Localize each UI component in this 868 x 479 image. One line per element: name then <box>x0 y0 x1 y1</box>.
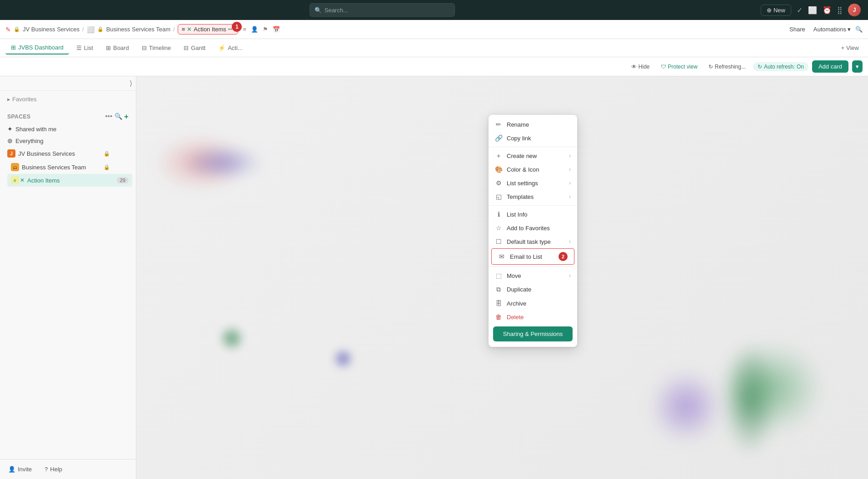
menu-item-duplicate[interactable]: ⧉ Duplicate <box>489 282 577 296</box>
team-more-button[interactable]: ••• <box>113 163 121 172</box>
help-button[interactable]: ? Help <box>40 463 67 475</box>
duplicate-icon: ⧉ <box>495 286 502 293</box>
spaces-label: Spaces <box>7 114 30 120</box>
invite-label: Invite <box>18 466 32 473</box>
add-view-button[interactable]: + View <box>838 43 863 53</box>
create-new-label: Create new <box>507 153 564 159</box>
menu-item-move[interactable]: ⬚ Move › <box>489 269 577 282</box>
copy-link-label: Copy link <box>507 135 571 142</box>
list-settings-arrow: › <box>569 180 571 186</box>
search-breadcrumb-icon[interactable]: 🔍 <box>855 26 863 33</box>
grid-icon[interactable]: ⣿ <box>837 6 843 15</box>
topbar: 🔍 Search... ⊕ New ✓ ⬜ ⏰ ⣿ J <box>0 0 868 20</box>
shared-icon: ✦ <box>7 125 13 133</box>
bg-shape-green2 <box>723 343 777 456</box>
spaces-add-icon[interactable]: + <box>124 113 129 121</box>
jv-lock-icon: 🔒 <box>104 151 110 157</box>
tab-acti[interactable]: ⚡ Acti... <box>213 42 248 54</box>
breadcrumb-calendar-icon[interactable]: 📅 <box>273 26 280 33</box>
search-box[interactable]: 🔍 Search... <box>309 3 455 17</box>
search-area: 🔍 Search... <box>7 3 757 17</box>
sidebar-collapse-button[interactable]: ⟩ <box>130 79 132 88</box>
menu-item-create-new[interactable]: + Create new › <box>489 149 577 163</box>
menu-item-rename[interactable]: ✏ Rename <box>489 118 577 131</box>
tab-dashboard[interactable]: ⊞ JVBS Dashboard <box>5 41 69 54</box>
tab-gantt-label: Gantt <box>191 44 205 51</box>
templates-icon: ◱ <box>495 193 502 200</box>
badge-2: 2 <box>559 252 568 261</box>
menu-item-archive[interactable]: 🗄 Archive <box>489 296 577 310</box>
menu-item-templates[interactable]: ◱ Templates › <box>489 190 577 203</box>
sidebar-item-action-items[interactable]: ≡ ✕ Action Items 29 <box>7 174 132 187</box>
menu-item-email-to-list[interactable]: ✉ Email to List 2 <box>492 249 574 264</box>
check-icon[interactable]: ✓ <box>797 6 803 15</box>
jv-more-button[interactable]: ••• <box>113 149 121 158</box>
breadcrumb-sep-1: / <box>82 26 84 33</box>
move-icon: ⬚ <box>495 272 502 279</box>
sharing-permissions-button[interactable]: Sharing & Permissions <box>493 326 573 341</box>
tab-gantt[interactable]: ⊟ Gantt <box>178 42 211 54</box>
automations-button[interactable]: Automations ▾ <box>813 26 851 33</box>
rename-icon: ✏ <box>495 121 502 128</box>
bg-shape-blue <box>182 144 264 181</box>
protect-view-button[interactable]: 🛡 Protect view <box>657 62 701 72</box>
breadcrumb-label-1: JV Business Services <box>23 26 80 33</box>
breadcrumb-item-1[interactable]: JV Business Services <box>23 26 80 33</box>
sidebar-indent: 🗂 Business Services Team 🔒 ••• + ≡ ✕ Act… <box>7 160 132 187</box>
favorites-icon: ▸ <box>7 96 10 103</box>
sidebar: ⟩ ▸ Favorites Spaces ••• 🔍 + ✦ Shared wi… <box>0 76 136 479</box>
copy-link-icon: 🔗 <box>495 134 502 142</box>
breadcrumb-active[interactable]: ≡ ✕ Action Items ••• <box>178 24 239 35</box>
menu-item-delete[interactable]: 🗑 Delete <box>489 310 577 324</box>
tab-list[interactable]: ☰ List <box>71 42 99 54</box>
tab-acti-icon: ⚡ <box>218 44 225 51</box>
menu-item-add-favorites[interactable]: ☆ Add to Favorites <box>489 221 577 235</box>
bg-small-circle-blue <box>332 347 354 370</box>
menu-item-list-info[interactable]: ℹ List Info <box>489 207 577 221</box>
menu-item-default-task[interactable]: ☐ Default task type › <box>489 235 577 248</box>
hide-button[interactable]: 👁 Hide <box>628 62 653 72</box>
refresh-button[interactable]: ↻ Refreshing... <box>705 62 749 72</box>
jv-add-button[interactable]: + <box>123 149 129 158</box>
tab-timeline[interactable]: ⊟ Timeline <box>136 42 177 54</box>
bg-small-circle-green <box>218 325 245 352</box>
new-button[interactable]: ⊕ New <box>761 5 791 16</box>
plus-icon: ⊕ <box>767 7 772 14</box>
archive-label: Archive <box>507 300 571 307</box>
action-bar: 👁 Hide 🛡 Protect view ↻ Refreshing... ↻ … <box>0 57 868 76</box>
tab-board[interactable]: ⊞ Board <box>100 42 135 54</box>
team-add-button[interactable]: + <box>123 163 129 172</box>
email-to-list-label: Email to List <box>510 253 552 260</box>
sidebar-item-everything[interactable]: ⊛ Everything <box>4 135 132 147</box>
monitor-icon[interactable]: ⬜ <box>808 6 817 15</box>
tab-list-icon: ☰ <box>76 44 82 51</box>
favorites-item[interactable]: ▸ Favorites <box>4 94 132 105</box>
spaces-more-icon[interactable]: ••• <box>105 113 112 121</box>
menu-item-color-icon[interactable]: 🎨 Color & Icon › <box>489 163 577 176</box>
breadcrumb-user-icon[interactable]: 👤 <box>251 26 258 33</box>
team-lock-icon: 🔒 <box>104 164 110 170</box>
clock-icon[interactable]: ⏰ <box>823 6 832 15</box>
add-card-chevron[interactable]: ▾ <box>852 60 863 73</box>
spaces-search-icon[interactable]: 🔍 <box>115 113 123 121</box>
sidebar-item-shared[interactable]: ✦ Shared with me <box>4 123 132 135</box>
breadcrumb-item-2[interactable]: Business Services Team <box>106 26 170 33</box>
sidebar-jv-label: JV Business Services <box>18 150 101 157</box>
add-card-button[interactable]: Add card <box>812 60 848 73</box>
auto-refresh-button[interactable]: ↻ Auto refresh: On <box>753 62 808 71</box>
delete-label: Delete <box>507 314 571 321</box>
help-icon: ? <box>45 466 48 473</box>
breadcrumb-settings-icon[interactable]: ≡ <box>243 26 246 33</box>
tab-bar: ⊞ JVBS Dashboard ☰ List ⊞ Board ⊟ Timeli… <box>0 39 868 57</box>
email-to-list-icon: ✉ <box>498 253 505 260</box>
breadcrumb-flag-icon[interactable]: ⚑ <box>263 26 268 33</box>
menu-item-copy-link[interactable]: 🔗 Copy link <box>489 131 577 145</box>
share-button[interactable]: Share <box>786 24 809 35</box>
breadcrumb-active-icon: ≡ <box>182 26 185 33</box>
menu-item-list-settings[interactable]: ⚙ List settings › <box>489 176 577 190</box>
sidebar-item-team[interactable]: 🗂 Business Services Team 🔒 ••• + <box>7 160 132 174</box>
email-to-list-wrapper: ✉ Email to List 2 <box>491 248 574 265</box>
invite-button[interactable]: 👤 Invite <box>4 463 36 475</box>
avatar[interactable]: J <box>848 4 861 16</box>
sidebar-item-jv[interactable]: J JV Business Services 🔒 ••• + <box>4 147 132 160</box>
